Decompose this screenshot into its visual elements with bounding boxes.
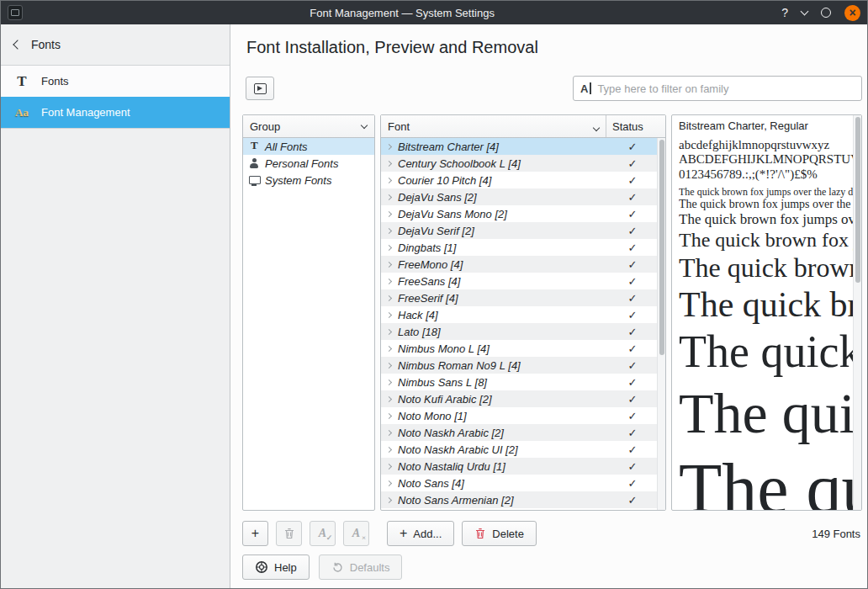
font-row[interactable]: FreeSans [4] ✓: [381, 273, 657, 289]
font-row[interactable]: Noto Sans Armenian [2] ✓: [381, 491, 657, 508]
defaults-button-label: Defaults: [350, 561, 390, 574]
group-row[interactable]: Personal Fonts: [243, 155, 374, 172]
font-row[interactable]: Noto Mono [1] ✓: [381, 407, 657, 424]
font-row[interactable]: Century Schoolbook L [4] ✓: [381, 155, 657, 172]
expand-chevron-icon[interactable]: [386, 210, 392, 216]
window-menu-icon[interactable]: [8, 5, 23, 20]
preview-toggle-button[interactable]: [246, 77, 274, 100]
font-row[interactable]: FreeMono [4] ✓: [381, 256, 657, 273]
font-row[interactable]: Nimbus Mono L [4] ✓: [381, 340, 657, 357]
expand-chevron-icon[interactable]: [386, 244, 392, 250]
group-icon: [248, 157, 260, 169]
expand-chevron-icon[interactable]: [386, 328, 392, 334]
status-check-icon: ✓: [608, 427, 657, 439]
preview-font-title: Bitstream Charter, Regular: [679, 119, 853, 132]
expand-chevron-icon[interactable]: [386, 278, 392, 284]
sidebar-item-icon: [13, 72, 31, 91]
expand-chevron-icon[interactable]: [386, 160, 392, 166]
status-check-icon: ✓: [608, 208, 657, 220]
font-row[interactable]: Nimbus Roman No9 L [4] ✓: [381, 357, 657, 374]
expand-chevron-icon[interactable]: [386, 379, 392, 385]
font-name: Century Schoolbook L [4]: [398, 157, 608, 170]
expand-chevron-icon[interactable]: [386, 362, 392, 368]
font-row[interactable]: DejaVu Serif [2] ✓: [381, 222, 657, 239]
font-name: Dingbats [1]: [398, 241, 608, 254]
expand-chevron-icon[interactable]: [386, 311, 392, 317]
expand-chevron-icon[interactable]: [386, 194, 392, 199]
font-row[interactable]: DejaVu Sans Mono [2] ✓: [381, 205, 657, 222]
font-row[interactable]: Dingbats [1] ✓: [381, 239, 657, 256]
expand-chevron-icon[interactable]: [386, 463, 392, 469]
delete-font-small-button[interactable]: [276, 521, 302, 546]
expand-chevron-icon[interactable]: [386, 177, 392, 183]
chevron-down-icon: [361, 121, 368, 128]
status-check-icon: ✓: [608, 494, 657, 507]
minimize-icon[interactable]: [801, 8, 809, 16]
group-column-header[interactable]: Group: [243, 115, 374, 138]
scrollbar-thumb[interactable]: [855, 117, 860, 283]
actions-row: + A✓ A× + Add... Delete 149 Fo: [242, 521, 862, 546]
panels: Group All Fonts P: [242, 114, 862, 511]
group-row[interactable]: All Fonts: [243, 138, 374, 155]
expand-chevron-icon[interactable]: [386, 227, 392, 233]
maximize-icon[interactable]: [821, 8, 831, 18]
font-column-header[interactable]: Font: [381, 120, 594, 133]
expand-chevron-icon[interactable]: [386, 496, 392, 502]
back-button[interactable]: Fonts: [1, 24, 230, 65]
expand-chevron-icon[interactable]: [386, 143, 392, 149]
font-name: Noto Naskh Arabic UI [2]: [398, 443, 608, 456]
status-check-icon: ✓: [608, 376, 657, 389]
help-button[interactable]: Help: [242, 555, 310, 580]
status-column-header[interactable]: Status: [606, 120, 665, 133]
expand-chevron-icon[interactable]: [386, 261, 392, 267]
filter-field[interactable]: A: [573, 76, 862, 101]
font-row[interactable]: Lato [18] ✓: [381, 323, 657, 340]
font-row[interactable]: Hack [4] ✓: [381, 306, 657, 323]
font-row[interactable]: Noto Kufi Arabic [2] ✓: [381, 390, 657, 407]
close-icon[interactable]: ×: [844, 5, 860, 21]
app-icon: [11, 9, 19, 16]
enable-font-button[interactable]: A✓: [310, 521, 336, 546]
defaults-button[interactable]: Defaults: [319, 555, 403, 580]
expand-chevron-icon[interactable]: [386, 429, 392, 435]
sidebar-item[interactable]: Font Management: [1, 97, 230, 128]
add-font-small-button[interactable]: +: [242, 521, 268, 546]
font-row[interactable]: FreeSerif [4] ✓: [381, 289, 657, 306]
font-name: Nimbus Roman No9 L [4]: [398, 359, 608, 372]
app-body: Fonts Fonts Font Management Font Install…: [1, 24, 867, 588]
delete-button[interactable]: Delete: [462, 521, 537, 546]
expand-chevron-icon[interactable]: [386, 446, 392, 452]
font-row[interactable]: Noto Nastaliq Urdu [1] ✓: [381, 458, 657, 475]
sidebar-item[interactable]: Fonts: [1, 66, 230, 97]
preview-sample-line: The quick brown fox jumps over the lazy …: [679, 228, 853, 252]
font-filter-icon: A: [580, 82, 591, 95]
font-row[interactable]: Nimbus Sans L [8] ✓: [381, 374, 657, 390]
preview-scrollbar[interactable]: [853, 115, 861, 510]
status-check-icon: ✓: [608, 191, 657, 204]
font-count: 149 Fonts: [812, 528, 862, 540]
help-window-button[interactable]: ?: [781, 6, 788, 19]
disable-font-icon: A×: [352, 528, 360, 539]
preview-digits: 0123456789.:,;(*!?'/\")£$%: [679, 167, 853, 182]
expand-chevron-icon[interactable]: [386, 480, 392, 486]
font-row[interactable]: DejaVu Sans [2] ✓: [381, 188, 657, 205]
preview-sample-line: The quick brown fox jumps over the lazy …: [679, 447, 853, 510]
font-row[interactable]: Noto Naskh Arabic [2] ✓: [381, 424, 657, 441]
disable-font-button[interactable]: A×: [343, 521, 369, 546]
font-row[interactable]: Courier 10 Pitch [4] ✓: [381, 172, 657, 188]
font-row[interactable]: Noto Naskh Arabic UI [2] ✓: [381, 441, 657, 458]
expand-chevron-icon[interactable]: [386, 294, 392, 300]
filter-input[interactable]: [597, 82, 855, 95]
titlebar: Font Management — System Settings ? ×: [1, 1, 867, 24]
reset-icon: [331, 561, 344, 574]
font-list-scrollbar[interactable]: [657, 138, 665, 510]
expand-chevron-icon[interactable]: [386, 412, 392, 418]
expand-chevron-icon[interactable]: [386, 395, 392, 401]
expand-chevron-icon[interactable]: [386, 345, 392, 351]
font-row[interactable]: Noto Sans [4] ✓: [381, 475, 657, 491]
add-button[interactable]: + Add...: [387, 521, 454, 546]
page-title: Font Installation, Preview and Removal: [246, 38, 862, 57]
font-row[interactable]: Bitstream Charter [4] ✓: [381, 138, 657, 155]
group-row[interactable]: System Fonts: [243, 172, 374, 188]
scrollbar-thumb[interactable]: [659, 140, 664, 355]
